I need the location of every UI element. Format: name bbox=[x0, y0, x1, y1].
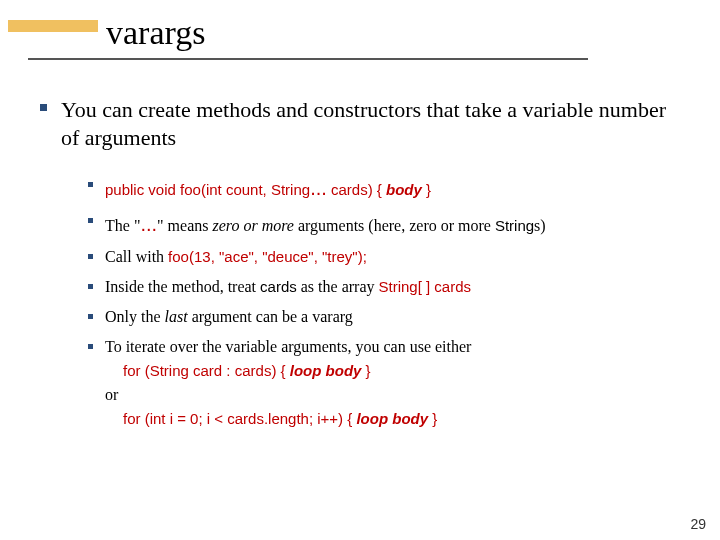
slide-title: varargs bbox=[106, 14, 205, 52]
sub-bullet-2-text: The "..." means zero or more arguments (… bbox=[105, 209, 546, 239]
page-number: 29 bbox=[690, 516, 706, 532]
sub-bullet-2: The "..." means zero or more arguments (… bbox=[88, 209, 680, 239]
title-underline bbox=[28, 58, 588, 60]
sub-bullet-4: Inside the method, treat cards as the ar… bbox=[88, 275, 680, 299]
sub-bullet-5-text: Only the last argument can be a vararg bbox=[105, 305, 353, 329]
bullet-icon bbox=[88, 254, 93, 259]
bullet-icon bbox=[88, 314, 93, 319]
sub-bullet-1-text: public void foo(int count, String... car… bbox=[105, 173, 431, 203]
bullet-icon bbox=[40, 104, 47, 111]
sub-bullet-1: public void foo(int count, String... car… bbox=[88, 173, 680, 203]
accent-bar bbox=[8, 20, 98, 32]
sub-bullet-3: Call with foo(13, "ace", "deuce", "trey"… bbox=[88, 245, 680, 269]
for-loop-2: for (int i = 0; i < cards.length; i++) {… bbox=[123, 407, 471, 431]
slide-body: You can create methods and constructors … bbox=[40, 96, 680, 437]
sub-bullet-4-text: Inside the method, treat cards as the ar… bbox=[105, 275, 471, 299]
sub-bullet-3-text: Call with foo(13, "ace", "deuce", "trey"… bbox=[105, 245, 367, 269]
bullet-icon bbox=[88, 344, 93, 349]
bullet-icon bbox=[88, 182, 93, 187]
sub-bullets: public void foo(int count, String... car… bbox=[88, 173, 680, 431]
for-loop-1: for (String card : cards) { loop body } bbox=[123, 359, 471, 383]
main-bullet: You can create methods and constructors … bbox=[40, 96, 680, 151]
or-text: or bbox=[105, 383, 471, 407]
bullet-icon bbox=[88, 284, 93, 289]
sub-bullet-5: Only the last argument can be a vararg bbox=[88, 305, 680, 329]
sub-bullet-6-text: To iterate over the variable arguments, … bbox=[105, 335, 471, 431]
sub-bullet-6: To iterate over the variable arguments, … bbox=[88, 335, 680, 431]
bullet-icon bbox=[88, 218, 93, 223]
main-bullet-text: You can create methods and constructors … bbox=[61, 96, 680, 151]
